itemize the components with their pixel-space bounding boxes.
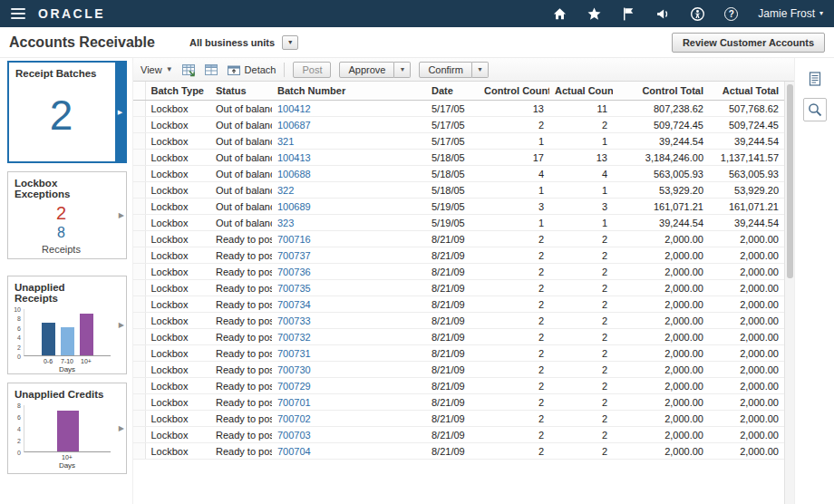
row-selector[interactable] xyxy=(133,166,145,182)
row-selector[interactable] xyxy=(133,296,145,313)
table-row[interactable]: LockboxReady to post7007038/21/09222,000… xyxy=(133,427,784,443)
batch-number-link[interactable]: 700734 xyxy=(277,299,311,310)
batch-number-link[interactable]: 700731 xyxy=(277,348,311,359)
detach-button[interactable]: Detach xyxy=(227,63,276,77)
column-header-actual-count[interactable]: Actual Count xyxy=(549,82,613,101)
table-row[interactable]: LockboxOut of balance3215/17/051139,244.… xyxy=(133,133,784,150)
table-row[interactable]: LockboxReady to post7007028/21/09222,000… xyxy=(133,411,784,427)
row-selector[interactable] xyxy=(133,264,145,280)
batch-number-link[interactable]: 700729 xyxy=(277,381,311,392)
batch-number-link[interactable]: 700732 xyxy=(277,332,311,343)
approve-button[interactable]: Approve xyxy=(339,62,394,78)
expand-arrow-icon[interactable]: ▶ xyxy=(119,322,124,329)
home-icon[interactable] xyxy=(552,6,567,22)
table-row[interactable]: LockboxReady to post7007308/21/09222,000… xyxy=(133,362,784,378)
scrollbar-thumb[interactable] xyxy=(787,84,793,278)
row-selector[interactable] xyxy=(133,345,145,362)
batch-number-link[interactable]: 700737 xyxy=(277,250,311,261)
row-selector[interactable] xyxy=(133,247,145,264)
table-row[interactable]: LockboxReady to post7007328/21/09222,000… xyxy=(133,329,784,345)
unapplied-credits-card[interactable]: Unapplied Credits 0246810+Days ▶ xyxy=(7,383,127,474)
table-row[interactable]: LockboxReady to post7007348/21/09222,000… xyxy=(133,296,784,313)
confirm-button[interactable]: Confirm xyxy=(419,62,472,78)
column-header-control-total[interactable]: Control Total xyxy=(613,82,709,101)
approve-dropdown-button[interactable]: ▼ xyxy=(394,62,411,78)
post-button[interactable]: Post xyxy=(293,62,331,78)
table-row[interactable]: LockboxReady to post7007368/21/09222,000… xyxy=(133,264,784,280)
freeze-icon[interactable] xyxy=(204,63,218,77)
batch-number-link[interactable]: 100687 xyxy=(277,120,311,131)
column-header-control-count[interactable]: Control Count xyxy=(479,82,549,101)
business-units-dropdown-button[interactable]: ▼ xyxy=(282,35,298,50)
batch-number-link[interactable]: 321 xyxy=(277,136,294,147)
batch-number-link[interactable]: 322 xyxy=(277,185,294,196)
row-selector[interactable] xyxy=(133,280,145,296)
column-header-batch-number[interactable]: Batch Number xyxy=(272,82,426,101)
receipt-batches-card[interactable]: Receipt Batches 2 ▶ xyxy=(7,61,127,163)
review-customer-accounts-button[interactable]: Review Customer Accounts xyxy=(672,33,825,53)
batch-number-link[interactable]: 323 xyxy=(277,218,294,228)
table-row[interactable]: LockboxReady to post7007358/21/09222,000… xyxy=(133,280,784,296)
row-selector[interactable] xyxy=(133,329,145,345)
row-selector[interactable] xyxy=(133,313,145,329)
confirm-dropdown-button[interactable]: ▼ xyxy=(472,62,489,78)
batch-number-link[interactable]: 700733 xyxy=(277,315,311,326)
row-selector[interactable] xyxy=(133,182,145,199)
table-row[interactable]: LockboxReady to post7007318/21/09222,000… xyxy=(133,345,784,362)
table-row[interactable]: LockboxOut of balance1006885/18/0544563,… xyxy=(133,166,784,182)
batch-number-link[interactable]: 100689 xyxy=(277,201,311,212)
row-selector[interactable] xyxy=(133,427,145,443)
table-row[interactable]: LockboxReady to post7007378/21/09222,000… xyxy=(133,247,784,264)
row-selector[interactable] xyxy=(133,150,145,166)
table-row[interactable]: LockboxOut of balance1006875/17/0522509,… xyxy=(133,117,784,133)
row-selector[interactable] xyxy=(133,394,145,411)
row-selector[interactable] xyxy=(133,362,145,378)
card-selected-strip[interactable]: ▶ xyxy=(115,63,125,161)
table-row[interactable]: LockboxReady to post7007338/21/09222,000… xyxy=(133,313,784,329)
batch-number-link[interactable]: 700703 xyxy=(277,430,311,441)
row-selector[interactable] xyxy=(133,411,145,427)
view-menu-button[interactable]: View ▼ xyxy=(141,64,173,75)
row-selector[interactable] xyxy=(133,378,145,394)
column-header-actual-total[interactable]: Actual Total xyxy=(709,82,784,101)
batch-number-link[interactable]: 700702 xyxy=(277,413,311,424)
column-header-status[interactable]: Status xyxy=(210,82,272,101)
batch-number-link[interactable]: 100412 xyxy=(277,103,311,114)
row-selector[interactable] xyxy=(133,231,145,247)
batch-number-link[interactable]: 100688 xyxy=(277,169,311,179)
user-menu[interactable]: Jamie Frost ▾ xyxy=(758,7,823,20)
search-panel-tab[interactable] xyxy=(803,98,827,121)
table-row[interactable]: LockboxOut of balance3235/19/051139,244.… xyxy=(133,215,784,231)
table-row[interactable]: LockboxReady to post7007048/21/09222,000… xyxy=(133,443,784,460)
column-header-batch-type[interactable]: Batch Type xyxy=(145,82,210,101)
row-selector[interactable] xyxy=(133,117,145,133)
table-row[interactable]: LockboxOut of balance1006895/19/0533161,… xyxy=(133,199,784,215)
vertical-scrollbar[interactable] xyxy=(784,82,794,504)
expand-arrow-icon[interactable]: ▶ xyxy=(119,425,124,432)
unapplied-receipts-card[interactable]: Unapplied Receipts 02468100-67-1010+Days… xyxy=(7,276,127,374)
table-row[interactable]: LockboxReady to post7007018/21/09222,000… xyxy=(133,394,784,411)
expand-arrow-icon[interactable]: ▶ xyxy=(119,212,124,219)
batch-number-link[interactable]: 100413 xyxy=(277,152,311,163)
table-row[interactable]: LockboxOut of balance3225/18/051153,929.… xyxy=(133,182,784,199)
row-selector[interactable] xyxy=(133,199,145,215)
help-icon[interactable]: ? xyxy=(724,7,738,21)
accessibility-icon[interactable] xyxy=(690,6,705,22)
table-row[interactable]: LockboxOut of balance1004125/17/05131180… xyxy=(133,101,784,117)
batch-number-link[interactable]: 700701 xyxy=(277,397,311,408)
row-selector[interactable] xyxy=(133,443,145,460)
menu-icon[interactable] xyxy=(11,8,25,19)
row-selector[interactable] xyxy=(133,133,145,150)
row-selector[interactable] xyxy=(133,101,145,117)
table-row[interactable]: LockboxReady to post7007168/21/09222,000… xyxy=(133,231,784,247)
row-selector[interactable] xyxy=(133,215,145,231)
lockbox-exceptions-card[interactable]: Lockbox Exceptions 2 8 Receipts ▶ xyxy=(7,171,127,259)
batch-number-link[interactable]: 700716 xyxy=(277,234,311,245)
favorites-star-icon[interactable] xyxy=(587,6,602,22)
announcements-icon[interactable] xyxy=(655,6,671,22)
table-row[interactable]: LockboxOut of balance1004135/18/0517133,… xyxy=(133,150,784,166)
batch-number-link[interactable]: 700736 xyxy=(277,267,311,277)
column-header-date[interactable]: Date xyxy=(426,82,479,101)
export-icon[interactable] xyxy=(181,63,196,77)
batch-number-link[interactable]: 700735 xyxy=(277,283,311,294)
